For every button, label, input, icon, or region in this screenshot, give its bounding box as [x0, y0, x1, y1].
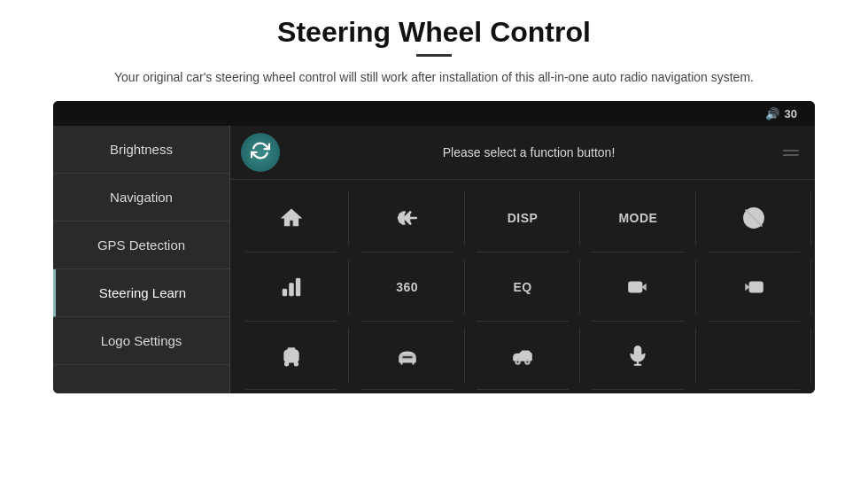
main-header: Please select a function button! [230, 126, 815, 180]
sidebar-item-navigation[interactable]: Navigation [53, 174, 229, 222]
car-top-icon [280, 345, 303, 368]
btn-back[interactable] [349, 183, 464, 253]
buttons-grid: DISP MODE [230, 180, 815, 393]
back-icon [396, 206, 419, 229]
sidebar: Brightness Navigation GPS Detection Stee… [53, 126, 230, 393]
btn-eq-bars[interactable] [234, 253, 349, 322]
btn-360-label: 360 [396, 280, 418, 294]
svg-rect-5 [630, 282, 642, 292]
volume-value: 30 [785, 107, 797, 120]
btn-mode[interactable]: MODE [580, 183, 695, 253]
title-divider [416, 54, 452, 57]
sidebar-item-brightness[interactable]: Brightness [53, 126, 229, 174]
svg-rect-12 [401, 354, 413, 358]
btn-camera-right[interactable] [696, 253, 811, 322]
btn-microphone[interactable] [580, 322, 695, 391]
sidebar-item-logo-settings[interactable]: Logo Settings [53, 317, 229, 365]
function-prompt: Please select a function button! [291, 145, 767, 159]
top-right-indicators [778, 150, 804, 156]
btn-360[interactable]: 360 [349, 253, 464, 322]
btn-empty [696, 322, 811, 391]
eq-bars-icon [280, 276, 303, 299]
svg-rect-4 [297, 278, 300, 296]
disp-label: DISP [508, 211, 539, 225]
car-front-icon [396, 345, 419, 368]
svg-rect-9 [285, 350, 298, 362]
device-ui: 🔊 30 Brightness Navigation GPS Detection… [53, 101, 815, 393]
refresh-icon [251, 141, 270, 165]
mode-label: MODE [618, 211, 657, 225]
volume-icon: 🔊 [765, 107, 779, 120]
btn-eq[interactable]: EQ [465, 253, 580, 322]
btn-camera-left[interactable] [580, 253, 695, 322]
page-title: Steering Wheel Control [277, 16, 591, 49]
refresh-button[interactable] [241, 133, 280, 172]
main-content: Please select a function button! [230, 126, 815, 393]
home-icon [280, 206, 303, 229]
eq-label: EQ [513, 280, 531, 294]
svg-rect-3 [290, 284, 293, 296]
btn-car-front[interactable] [349, 322, 464, 391]
page-container: Steering Wheel Control Your original car… [0, 0, 868, 402]
btn-disp[interactable]: DISP [465, 183, 580, 253]
camera-left-icon [626, 276, 649, 299]
microphone-icon [626, 345, 649, 368]
device-topbar: 🔊 30 [53, 101, 815, 126]
svg-rect-7 [749, 282, 762, 292]
subtitle: Your original car's steering wheel contr… [114, 67, 754, 87]
sidebar-item-gps-detection[interactable]: GPS Detection [53, 222, 229, 269]
device-body: Brightness Navigation GPS Detection Stee… [53, 126, 815, 393]
camera-right-icon [742, 276, 765, 299]
btn-home[interactable] [234, 183, 349, 253]
car-side-icon [511, 345, 534, 368]
btn-mute-call[interactable] [696, 183, 811, 253]
svg-rect-2 [283, 289, 286, 296]
btn-car-top[interactable] [234, 322, 349, 391]
sidebar-item-steering-learn[interactable]: Steering Learn [53, 269, 229, 317]
btn-car-side[interactable] [465, 322, 580, 391]
mute-call-icon [742, 206, 765, 229]
